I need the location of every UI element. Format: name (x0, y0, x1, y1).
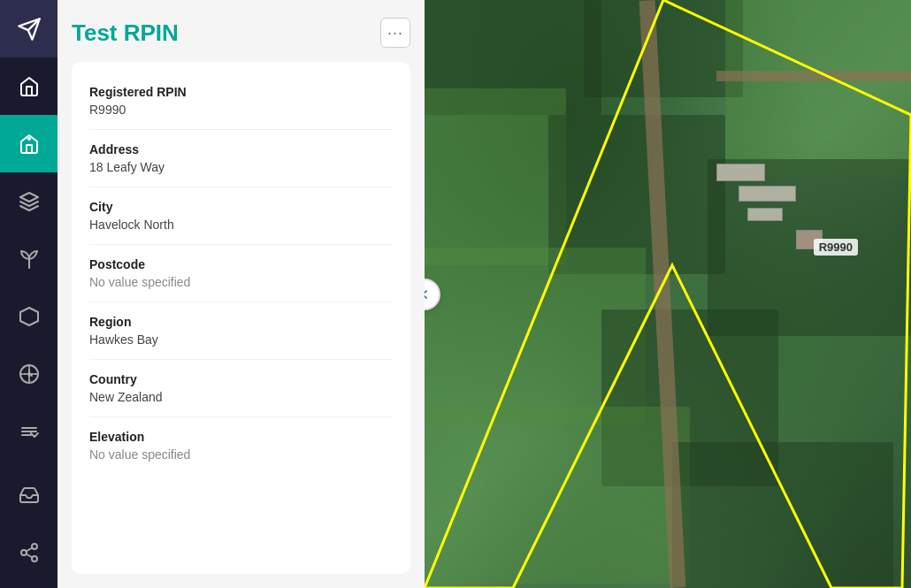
field-label-region: Region (89, 315, 393, 329)
map-label: R9990 (814, 239, 858, 256)
layers-icon (19, 191, 40, 212)
building (739, 186, 796, 202)
field-value-region: Hawkes Bay (89, 332, 393, 347)
field-label-city: City (89, 200, 393, 214)
map-view[interactable]: R9990 (425, 0, 911, 588)
sidebar-item-tools[interactable] (0, 402, 57, 460)
svg-marker-5 (20, 308, 38, 325)
field-patch (425, 88, 566, 265)
send-icon (17, 17, 42, 42)
info-card: Registered RPINR9990Address18 Leafy WayC… (72, 62, 410, 574)
page-title: Test RPIN (72, 19, 179, 47)
info-field-postcode: PostcodeNo value specified (89, 245, 393, 302)
svg-line-18 (26, 554, 32, 557)
sidebar-item-home[interactable] (0, 57, 57, 115)
road (716, 71, 911, 81)
field-patch (425, 407, 690, 584)
share-icon (19, 542, 40, 563)
svg-point-3 (28, 138, 30, 140)
field-value-elevation: No value specified (89, 447, 393, 462)
field-value-country: New Zealand (89, 390, 393, 404)
field-label-address: Address (89, 142, 393, 157)
info-field-registered-rpin: Registered RPINR9990 (89, 73, 393, 130)
field-value-city: Havelock North (89, 218, 393, 232)
sidebar-item-inbox[interactable] (0, 466, 57, 523)
info-panel: Test RPIN ··· Registered RPINR9990Addres… (57, 0, 425, 588)
field-label-elevation: Elevation (89, 430, 393, 444)
sidebar-item-hex[interactable] (0, 287, 57, 345)
hex-icon (19, 306, 40, 327)
info-field-address: Address18 Leafy Way (89, 130, 393, 187)
location-icon (19, 363, 40, 385)
sidebar-item-layers[interactable] (0, 172, 57, 230)
sidebar-item-farm[interactable] (0, 115, 57, 172)
info-field-region: RegionHawkes Bay (89, 302, 393, 360)
sidebar (0, 0, 57, 588)
plant-icon (19, 248, 40, 270)
info-field-elevation: ElevationNo value specified (89, 417, 393, 474)
farm-icon (19, 134, 40, 155)
field-patch (725, 0, 911, 177)
sidebar-item-plant[interactable] (0, 230, 57, 287)
map-background: R9990 (425, 0, 911, 588)
info-field-country: CountryNew Zealand (89, 360, 393, 417)
field-value-postcode: No value specified (89, 275, 393, 289)
field-label-registered-rpin: Registered RPIN (89, 85, 393, 99)
info-field-city: CityHavelock North (89, 187, 393, 245)
field-value-address: 18 Leafy Way (89, 160, 393, 174)
svg-rect-2 (27, 145, 32, 153)
building (747, 208, 783, 221)
panel-header: Test RPIN ··· (72, 18, 410, 48)
field-label-postcode: Postcode (89, 257, 393, 271)
field-patch (672, 442, 893, 588)
more-options-button[interactable]: ··· (380, 18, 410, 48)
building (716, 164, 765, 181)
home-icon (19, 76, 40, 97)
tools-icon (19, 421, 40, 442)
svg-marker-4 (20, 193, 38, 202)
sidebar-item-share[interactable] (0, 523, 57, 581)
logo-button[interactable] (0, 0, 57, 57)
svg-line-19 (26, 547, 32, 551)
chevron-left-icon (425, 287, 432, 302)
inbox-icon (19, 485, 40, 506)
sidebar-item-location[interactable] (0, 345, 57, 402)
field-label-country: Country (89, 372, 393, 386)
field-value-registered-rpin: R9990 (89, 103, 393, 117)
field-patch (584, 0, 743, 97)
